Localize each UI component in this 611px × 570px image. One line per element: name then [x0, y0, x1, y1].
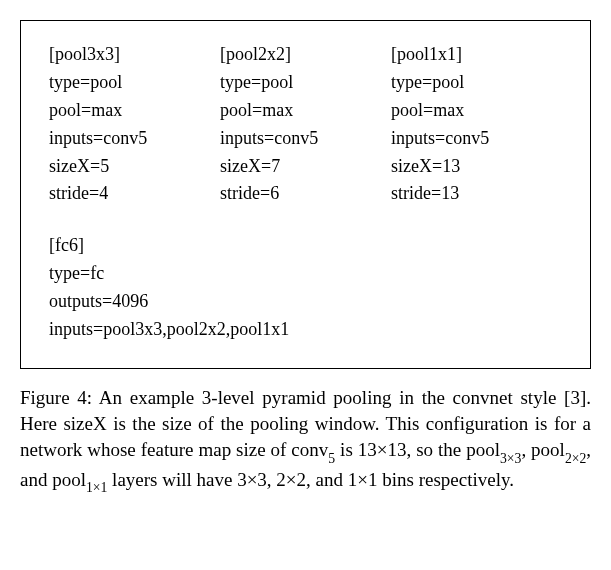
- pool2x2-header: [pool2x2]: [220, 41, 391, 69]
- pool3x3-lines: type=pool pool=max inputs=conv5 sizeX=5 …: [49, 69, 220, 208]
- config-box: [pool3x3] type=pool pool=max inputs=conv…: [20, 20, 591, 369]
- fc6-header: [fc6]: [49, 232, 562, 260]
- pool3x3-header: [pool3x3]: [49, 41, 220, 69]
- pool1x1-config: [pool1x1] type=pool pool=max inputs=conv…: [391, 41, 562, 208]
- caption-text-5: layers will have 3×3, 2×2, and 1×1 bins …: [107, 469, 514, 490]
- caption-sub-2: 3×3: [500, 451, 521, 466]
- caption-text-1: Figure 4: An example 3-level pyramid poo…: [20, 387, 591, 460]
- pool1x1-header: [pool1x1]: [391, 41, 562, 69]
- pool2x2-config: [pool2x2] type=pool pool=max inputs=conv…: [220, 41, 391, 208]
- pool2x2-lines: type=pool pool=max inputs=conv5 sizeX=7 …: [220, 69, 391, 208]
- pool1x1-lines: type=pool pool=max inputs=conv5 sizeX=13…: [391, 69, 562, 208]
- caption-text-2: is 13×13, so the pool: [335, 439, 500, 460]
- caption-sub-1: 5: [328, 451, 335, 466]
- figure-caption: Figure 4: An example 3-level pyramid poo…: [20, 385, 591, 497]
- fc6-config: [fc6] type=fc outputs=4096 inputs=pool3x…: [49, 232, 562, 344]
- caption-sub-4: 1×1: [86, 480, 107, 495]
- pool3x3-config: [pool3x3] type=pool pool=max inputs=conv…: [49, 41, 220, 208]
- pool-layers-row: [pool3x3] type=pool pool=max inputs=conv…: [49, 41, 562, 208]
- fc6-lines: type=fc outputs=4096 inputs=pool3x3,pool…: [49, 260, 562, 344]
- caption-text-3: , pool: [521, 439, 565, 460]
- caption-sub-3: 2×2: [565, 451, 586, 466]
